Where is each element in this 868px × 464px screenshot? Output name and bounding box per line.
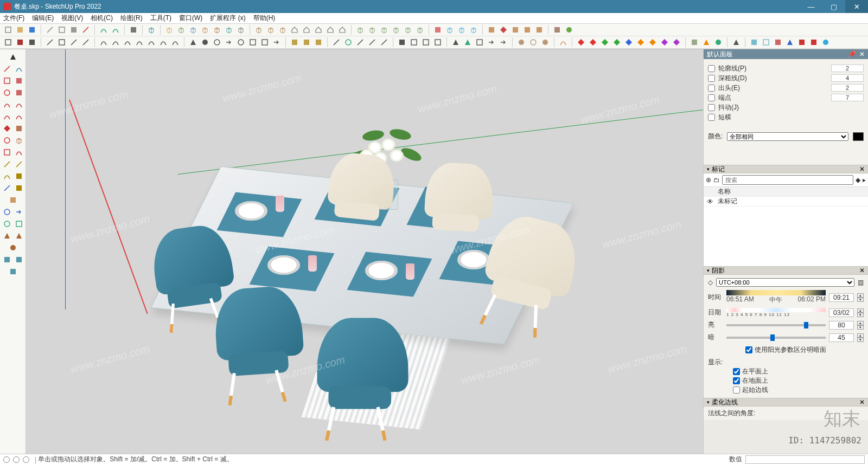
wh1-icon[interactable]	[254, 25, 264, 35]
edge-profile-check[interactable]	[708, 65, 715, 72]
from-edge-check[interactable]	[733, 386, 740, 394]
hidden-icon[interactable]	[8, 266, 18, 277]
o1-icon[interactable]	[636, 37, 646, 47]
followme-tool[interactable]	[14, 135, 24, 146]
move-tool[interactable]	[2, 123, 12, 134]
parallel-icon[interactable]	[45, 37, 55, 47]
shadow-settings-icon[interactable]: ▥	[858, 279, 864, 286]
persp-icon[interactable]	[57, 37, 67, 47]
panel-close-icon[interactable]: ✕	[859, 267, 865, 274]
measure-input[interactable]	[745, 455, 865, 464]
open-icon[interactable]	[15, 25, 25, 35]
edge-end-value[interactable]: 7	[831, 94, 864, 101]
cut-icon[interactable]	[45, 25, 55, 35]
r2-icon[interactable]	[588, 37, 598, 47]
g2-icon[interactable]	[612, 37, 622, 47]
section3-icon[interactable]	[457, 25, 467, 35]
dark-spinner[interactable]: ▴▾	[857, 333, 864, 342]
light-spinner[interactable]: ▴▾	[857, 321, 864, 330]
time-slider[interactable]	[726, 290, 826, 295]
timezone-select[interactable]: UTC+08:00	[716, 278, 854, 287]
g1-icon[interactable]	[600, 37, 610, 47]
orbit-icon[interactable]	[212, 37, 222, 47]
copy-icon[interactable]	[57, 25, 67, 35]
arrow-r-icon[interactable]	[499, 37, 508, 47]
wh5-icon[interactable]	[314, 25, 323, 35]
style1-icon[interactable]	[164, 25, 174, 35]
date-slider[interactable]	[726, 308, 826, 312]
layer2-icon[interactable]	[302, 37, 311, 47]
menu-extensions[interactable]: 扩展程序 (x)	[210, 14, 245, 23]
window-minimize[interactable]: —	[800, 0, 822, 13]
viewport-3d[interactable]: www.znzmo.com www.znzmo.com www.znzmo.co…	[26, 49, 703, 454]
iso-icon[interactable]	[3, 37, 13, 47]
flag2-icon[interactable]	[809, 37, 819, 47]
shadow3-icon[interactable]	[421, 37, 431, 47]
menu-draw[interactable]: 绘图(R)	[120, 14, 143, 23]
ext3-icon[interactable]	[510, 25, 520, 35]
scale-tool[interactable]	[2, 147, 12, 158]
on-plane-check[interactable]	[733, 368, 740, 375]
tree-icon[interactable]	[463, 37, 473, 47]
undo-icon[interactable]	[99, 25, 108, 35]
save-icon[interactable]	[27, 25, 37, 35]
menu-help[interactable]: 帮助(H)	[253, 14, 276, 23]
wh7-icon[interactable]	[337, 25, 347, 35]
p1-icon[interactable]	[660, 37, 669, 47]
menu-camera[interactable]: 相机(C)	[91, 14, 113, 23]
xy-icon[interactable]	[761, 37, 771, 47]
time-value[interactable]: 09:21	[829, 293, 854, 302]
solid6-icon[interactable]	[415, 25, 425, 35]
zoom-icon[interactable]	[236, 37, 246, 47]
delete-icon[interactable]	[81, 25, 91, 35]
text-tool[interactable]	[14, 171, 24, 182]
shadows-panel-header[interactable]: ▾阴影✕	[704, 266, 868, 275]
globe-icon[interactable]	[821, 37, 831, 47]
menu-file[interactable]: 文件(F)	[3, 14, 24, 23]
walk-icon[interactable]	[188, 37, 198, 47]
dark-value[interactable]: 45	[829, 333, 854, 342]
section-tool[interactable]	[8, 195, 18, 205]
wh4-icon[interactable]	[302, 25, 311, 35]
edge-color-mode[interactable]: 全部相同	[727, 132, 848, 141]
menu-edit[interactable]: 编辑(E)	[32, 14, 54, 23]
dim3-icon[interactable]	[355, 37, 365, 47]
protractor-tool[interactable]	[2, 171, 12, 182]
dim1-icon[interactable]	[331, 37, 341, 47]
soften-panel-header[interactable]: ▾柔化边线✕	[704, 398, 868, 407]
rotrect-tool[interactable]	[14, 75, 24, 86]
model-info-icon[interactable]	[146, 25, 156, 35]
menu-window[interactable]: 窗口(W)	[179, 14, 202, 23]
status-geo-icon[interactable]	[3, 456, 10, 463]
tag-menu-icon[interactable]: ▸	[863, 176, 866, 184]
tag-row-untagged[interactable]: 👁 未标记	[704, 197, 868, 207]
polygon-tool[interactable]	[14, 87, 24, 98]
layer3-icon[interactable]	[314, 37, 323, 47]
dim4-icon[interactable]	[367, 37, 377, 47]
status-signin-icon[interactable]	[23, 456, 29, 463]
eye-icon[interactable]: 👁	[707, 198, 713, 205]
tape-tool[interactable]	[2, 159, 12, 170]
dc3-icon[interactable]	[540, 37, 550, 47]
section-icon[interactable]	[433, 25, 443, 35]
edge-end-check[interactable]	[708, 94, 715, 101]
zoom-ext-icon[interactable]	[248, 37, 258, 47]
tray-title[interactable]: 默认面板 📌✕	[704, 49, 868, 59]
date-value[interactable]: 03/02	[829, 308, 854, 317]
light-slider[interactable]	[726, 324, 826, 326]
ext4-icon[interactable]	[522, 25, 532, 35]
style3-icon[interactable]	[188, 25, 198, 35]
sand5-icon[interactable]	[146, 37, 156, 47]
ball-icon[interactable]	[713, 37, 723, 47]
offset-tool[interactable]	[14, 147, 24, 158]
p2-icon[interactable]	[672, 37, 681, 47]
edge-dash-check[interactable]	[708, 114, 715, 121]
flag-icon[interactable]	[797, 37, 807, 47]
panel-close-icon[interactable]: ✕	[859, 165, 865, 173]
dc1-icon[interactable]	[516, 37, 526, 47]
section2-icon[interactable]	[445, 25, 455, 35]
ext6-icon[interactable]	[552, 25, 562, 35]
sun-shading-check[interactable]	[745, 346, 752, 353]
layer1-icon[interactable]	[290, 37, 299, 47]
pie-tool[interactable]	[14, 111, 24, 122]
